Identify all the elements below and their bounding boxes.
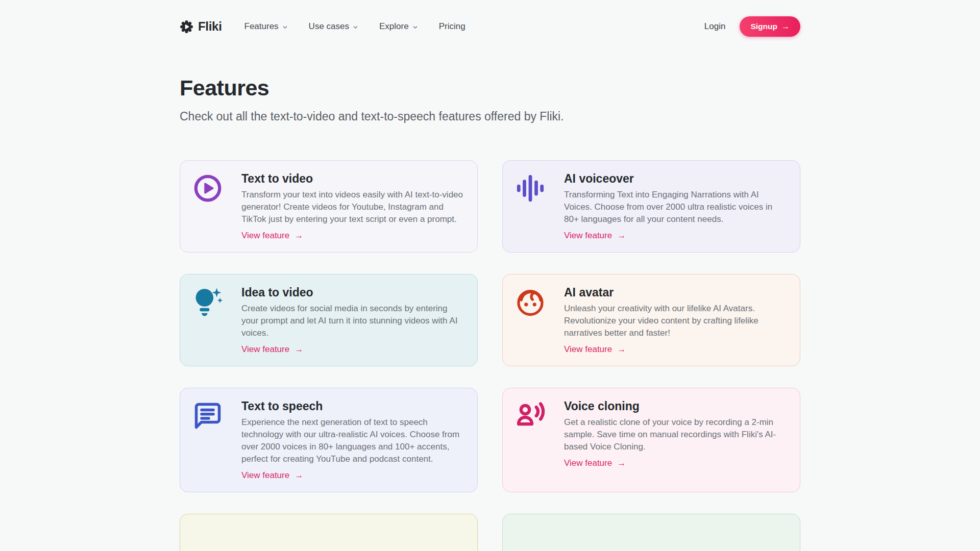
- card-description: Get a realistic clone of your voice by r…: [564, 416, 787, 453]
- view-feature-label: View feature: [564, 231, 612, 241]
- card-title: Text to video: [241, 172, 464, 186]
- nav-use-cases-label: Use cases: [309, 21, 349, 32]
- card-title: Voice cloning: [564, 399, 787, 413]
- nav-pricing[interactable]: Pricing: [439, 21, 465, 32]
- play-circle-icon: [192, 172, 223, 241]
- chevron-down-icon: [352, 24, 359, 31]
- chevron-down-icon: [282, 24, 288, 31]
- arrow-right-icon: →: [295, 344, 303, 355]
- arrow-right-icon: →: [617, 231, 626, 241]
- signup-label: Signup: [750, 22, 777, 31]
- nav-use-cases[interactable]: Use cases: [309, 21, 359, 32]
- view-feature-link[interactable]: View feature→: [241, 231, 303, 241]
- main-nav: Features Use cases Explore Pricing: [244, 21, 465, 32]
- message-square-icon: [192, 399, 223, 481]
- login-link[interactable]: Login: [704, 21, 726, 32]
- card-description: Experience the next generation of text t…: [241, 416, 464, 465]
- voice-clone-icon: [515, 399, 546, 481]
- view-feature-link[interactable]: View feature→: [241, 470, 303, 481]
- features-grid: Text to video Transform your text into v…: [180, 160, 800, 551]
- signup-button[interactable]: Signup →: [740, 16, 800, 37]
- card-title: Text to speech: [241, 399, 464, 413]
- view-feature-link[interactable]: View feature→: [564, 231, 626, 241]
- feature-card-ai-voiceover: AI voiceover Transforming Text into Enga…: [502, 160, 800, 253]
- face-icon: [515, 286, 546, 355]
- page-title: Features: [180, 76, 800, 101]
- feature-card-partial-left: [180, 514, 478, 551]
- site-header: Fliki Features Use cases Explore: [0, 0, 980, 53]
- arrow-right-icon: →: [617, 458, 626, 468]
- feature-card-partial-right: [502, 514, 800, 551]
- view-feature-label: View feature: [564, 344, 612, 355]
- feature-card-voice-cloning: Voice cloning Get a realistic clone of y…: [502, 388, 800, 492]
- brand-name: Fliki: [198, 19, 222, 34]
- view-feature-link[interactable]: View feature→: [241, 344, 303, 355]
- card-description: Transform your text into videos easily w…: [241, 189, 464, 226]
- view-feature-label: View feature: [241, 231, 289, 241]
- feature-card-text-to-video: Text to video Transform your text into v…: [180, 160, 478, 253]
- feature-card-text-to-speech: Text to speech Experience the next gener…: [180, 388, 478, 492]
- feature-card-ai-avatar: AI avatar Unleash your creativity with o…: [502, 274, 800, 366]
- nav-pricing-label: Pricing: [439, 21, 465, 32]
- card-description: Transforming Text into Engaging Narratio…: [564, 189, 787, 226]
- card-title: AI avatar: [564, 286, 787, 299]
- card-title: Idea to video: [241, 286, 464, 299]
- lightbulb-sparkles-icon: [192, 286, 223, 355]
- view-feature-link[interactable]: View feature→: [564, 458, 626, 468]
- view-feature-label: View feature: [241, 470, 289, 481]
- fliki-logo[interactable]: Fliki: [180, 19, 222, 34]
- view-feature-label: View feature: [241, 344, 289, 355]
- feature-card-idea-to-video: Idea to video Create videos for social m…: [180, 274, 478, 366]
- nav-features[interactable]: Features: [244, 21, 288, 32]
- page-subtitle: Check out all the text-to-video and text…: [180, 110, 800, 123]
- nav-features-label: Features: [244, 21, 279, 32]
- arrow-right-icon: →: [617, 344, 626, 355]
- waveform-icon: [515, 172, 546, 241]
- card-description: Create videos for social media in second…: [241, 303, 464, 339]
- nav-explore-label: Explore: [379, 21, 409, 32]
- arrow-right-icon: →: [295, 231, 303, 241]
- nav-explore[interactable]: Explore: [379, 21, 419, 32]
- card-title: AI voiceover: [564, 172, 787, 186]
- view-feature-label: View feature: [564, 458, 612, 468]
- arrow-right-icon: →: [781, 22, 790, 31]
- card-description: Unleash your creativity with our lifelik…: [564, 303, 787, 339]
- fliki-gear-icon: [180, 20, 193, 34]
- view-feature-link[interactable]: View feature→: [564, 344, 626, 355]
- arrow-right-icon: →: [295, 470, 303, 481]
- chevron-down-icon: [412, 24, 419, 31]
